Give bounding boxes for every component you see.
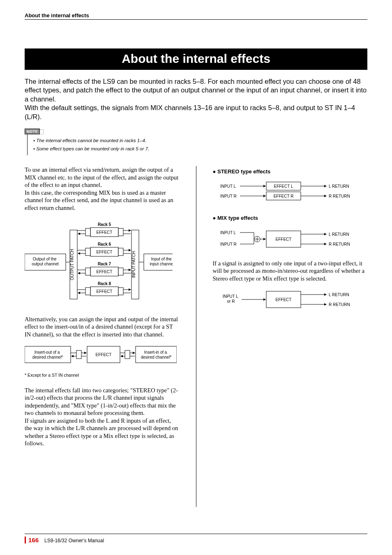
rack-label: Rack 7	[98, 262, 111, 266]
column-divider	[196, 166, 196, 507]
svg-text:EFFECT R: EFFECT R	[273, 194, 293, 198]
rack-label: Rack 6	[98, 242, 111, 246]
body-paragraph: In this case, the corresponding MIX bus …	[25, 189, 180, 212]
svg-rect-30	[85, 288, 90, 295]
effect-box-label: EFFECT	[97, 230, 113, 235]
intro-paragraph: The internal effects of the LS9 can be m…	[25, 77, 367, 121]
svg-text:Insert-out of a
          desi: Insert-out of a desired channel*	[32, 350, 63, 359]
mono-in-diagram: INPUT L or R EFFECT L RETURN R RETURN	[213, 288, 368, 313]
svg-rect-45	[125, 350, 130, 359]
note-item: • Some effect types can be mounted only …	[33, 145, 367, 153]
svg-text:INPUT L
          or R: INPUT L or R	[222, 294, 239, 304]
note-items: • The internal effects cannot be mounted…	[27, 134, 367, 155]
section-heading: ● MIX type effects	[213, 215, 368, 222]
svg-text:EFFECT L: EFFECT L	[274, 184, 293, 189]
body-paragraph: If a signal is assigned to only one inpu…	[213, 260, 368, 283]
svg-text:L RETURN: L RETURN	[329, 232, 349, 237]
right-column: ● STEREO type effects INPUT L INPUT R EF…	[213, 166, 368, 507]
rack-routing-diagram: Output of the output channel Input of th…	[25, 218, 180, 308]
svg-rect-23	[85, 268, 90, 275]
svg-text:INPUT R: INPUT R	[220, 242, 237, 246]
svg-rect-12	[118, 228, 123, 236]
svg-text:Insert-in of a
          desir: Insert-in of a desired channel*	[141, 350, 172, 359]
svg-text:L RETURN: L RETURN	[329, 292, 349, 297]
stereo-effect-diagram: INPUT L INPUT R EFFECT L EFFECT R L RETU…	[213, 181, 368, 203]
effect-box-label: EFFECT	[97, 250, 113, 254]
left-column: To use an internal effect via send/retur…	[25, 166, 180, 507]
rack-label: Rack 5	[98, 222, 111, 227]
svg-text:R RETURN: R RETURN	[329, 194, 350, 198]
note-label: NOTE	[25, 129, 40, 134]
svg-text:R RETURN: R RETURN	[329, 302, 350, 307]
svg-text:L RETURN: L RETURN	[329, 184, 349, 189]
svg-rect-33	[118, 288, 123, 295]
svg-text:INPUT R: INPUT R	[220, 194, 237, 198]
svg-rect-34	[25, 346, 71, 363]
svg-text:EFFECT: EFFECT	[96, 352, 112, 357]
svg-text:INPUT L: INPUT L	[220, 230, 236, 235]
rack-label: Rack 8	[98, 281, 111, 286]
svg-text:EFFECT: EFFECT	[275, 297, 291, 302]
page-title-banner: About the internal effects	[25, 48, 367, 70]
body-paragraph: To use an internal effect via send/retur…	[25, 166, 180, 189]
effect-box-label: EFFECT	[97, 269, 113, 274]
body-paragraph: Alternatively, you can assign the input …	[25, 315, 180, 339]
svg-rect-9	[85, 228, 90, 236]
diagram-label: OUTPUT PATCH	[70, 249, 74, 280]
svg-rect-16	[85, 248, 90, 256]
page-number: 166	[25, 537, 39, 543]
svg-rect-38	[136, 346, 177, 363]
section-heading: ● STEREO type effects	[213, 168, 368, 175]
two-column-body: To use an internal effect via send/retur…	[25, 166, 367, 507]
svg-text:INPUT L: INPUT L	[220, 184, 236, 189]
note-block: NOTE • The internal effects cannot be mo…	[25, 127, 367, 155]
insert-routing-diagram: Insert-out of a desired channel* EFFECT …	[25, 344, 180, 367]
note-item: • The internal effects cannot be mounted…	[33, 137, 367, 145]
mix-effect-diagram: INPUT L INPUT R EFFECT L RETURN R RETURN	[213, 228, 368, 252]
svg-rect-26	[118, 268, 123, 275]
svg-rect-19	[118, 248, 123, 256]
manual-title: LS9-16/32 Owner's Manual	[44, 538, 104, 543]
body-paragraph: If signals are assigned to both the L an…	[25, 417, 180, 447]
diagram-label: Output of the output channel	[32, 257, 59, 266]
footnote: * Except for a ST IN channel	[25, 373, 180, 378]
svg-rect-42	[76, 350, 81, 359]
running-header: About the internal effects	[25, 12, 367, 20]
diagram-label: INPUT PATCH	[131, 251, 136, 278]
svg-text:EFFECT: EFFECT	[275, 237, 291, 242]
effect-box-label: EFFECT	[97, 289, 113, 294]
svg-text:R RETURN: R RETURN	[329, 242, 350, 246]
diagram-label: Input of the input channel	[150, 257, 173, 266]
page-footer: 166 LS9-16/32 Owner's Manual	[25, 534, 367, 543]
body-paragraph: The internal effects fall into two categ…	[25, 387, 180, 417]
